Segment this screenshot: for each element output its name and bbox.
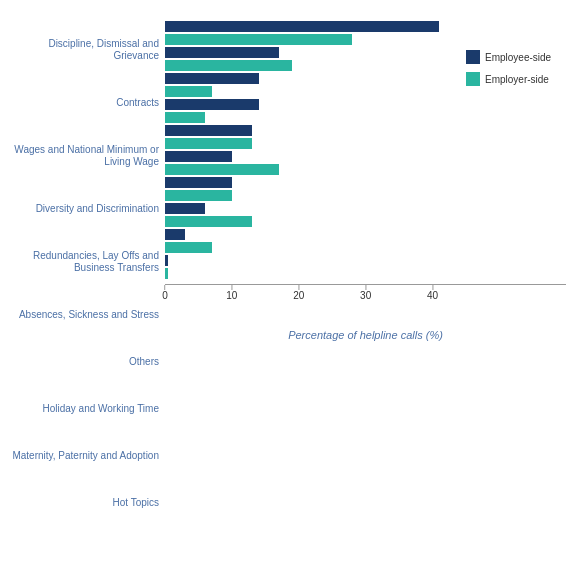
bars-area xyxy=(165,20,566,280)
y-label: Redundancies, Lay Offs and Business Tran… xyxy=(10,250,165,274)
employee-bar-row xyxy=(165,176,566,188)
employer-bar xyxy=(165,86,212,97)
employee-bar xyxy=(165,99,259,110)
y-label: Discipline, Dismissal and Grievance xyxy=(10,38,165,62)
employee-bar xyxy=(165,177,232,188)
y-label: Hot Topics xyxy=(10,497,165,509)
bar-group xyxy=(165,46,566,72)
employer-bar xyxy=(165,216,252,227)
x-tick: 10 xyxy=(226,285,237,301)
employee-bar xyxy=(165,255,168,266)
employee-bar-row xyxy=(165,46,566,58)
employee-bar xyxy=(165,151,232,162)
employee-bar-row xyxy=(165,98,566,110)
employer-bar-row xyxy=(165,33,566,45)
bar-group xyxy=(165,72,566,98)
bar-group xyxy=(165,176,566,202)
employer-bar-row xyxy=(165,267,566,279)
employer-bar xyxy=(165,190,232,201)
employer-bar xyxy=(165,60,292,71)
bar-group xyxy=(165,150,566,176)
employee-bar xyxy=(165,73,259,84)
y-label: Wages and National Minimum or Living Wag… xyxy=(10,144,165,168)
employer-bar-row xyxy=(165,59,566,71)
chart-wrapper: Employee-sideEmployer-side 010203040 Per… xyxy=(165,20,566,526)
employee-bar-row xyxy=(165,228,566,240)
employee-bar xyxy=(165,47,279,58)
employer-bar-row xyxy=(165,163,566,175)
employer-bar-row xyxy=(165,85,566,97)
bar-group xyxy=(165,124,566,150)
x-tick: 30 xyxy=(360,285,371,301)
employee-bar-row xyxy=(165,254,566,266)
y-label: Others xyxy=(10,356,165,368)
y-label: Diversity and Discrimination xyxy=(10,203,165,215)
bar-group xyxy=(165,20,566,46)
y-label: Contracts xyxy=(10,97,165,109)
employee-bar-row xyxy=(165,150,566,162)
employer-bar xyxy=(165,268,168,279)
employee-bar-row xyxy=(165,202,566,214)
employee-bar-row xyxy=(165,72,566,84)
employer-bar-row xyxy=(165,111,566,123)
employer-bar-row xyxy=(165,137,566,149)
employee-bar xyxy=(165,203,205,214)
y-axis-labels: Discipline, Dismissal and GrievanceContr… xyxy=(10,20,165,526)
employer-bar-row xyxy=(165,241,566,253)
x-tick: 20 xyxy=(293,285,304,301)
y-label: Absences, Sickness and Stress xyxy=(10,309,165,321)
employer-bar-row xyxy=(165,189,566,201)
employer-bar xyxy=(165,112,205,123)
bar-group xyxy=(165,202,566,228)
x-axis-label: Percentage of helpline calls (%) xyxy=(165,329,566,341)
employee-bar-row xyxy=(165,124,566,136)
bar-group xyxy=(165,98,566,124)
chart-container: Discipline, Dismissal and GrievanceContr… xyxy=(0,0,576,576)
y-label: Maternity, Paternity and Adoption xyxy=(10,450,165,462)
x-tick: 40 xyxy=(427,285,438,301)
employer-bar xyxy=(165,34,352,45)
x-axis: 010203040 xyxy=(165,284,566,314)
employee-bar-row xyxy=(165,20,566,32)
y-label: Holiday and Working Time xyxy=(10,403,165,415)
bar-group xyxy=(165,228,566,254)
x-tick: 0 xyxy=(162,285,168,301)
employer-bar xyxy=(165,138,252,149)
employer-bar xyxy=(165,242,212,253)
bar-group xyxy=(165,254,566,280)
employer-bar-row xyxy=(165,215,566,227)
employee-bar xyxy=(165,21,439,32)
employee-bar xyxy=(165,229,185,240)
employer-bar xyxy=(165,164,279,175)
employee-bar xyxy=(165,125,252,136)
